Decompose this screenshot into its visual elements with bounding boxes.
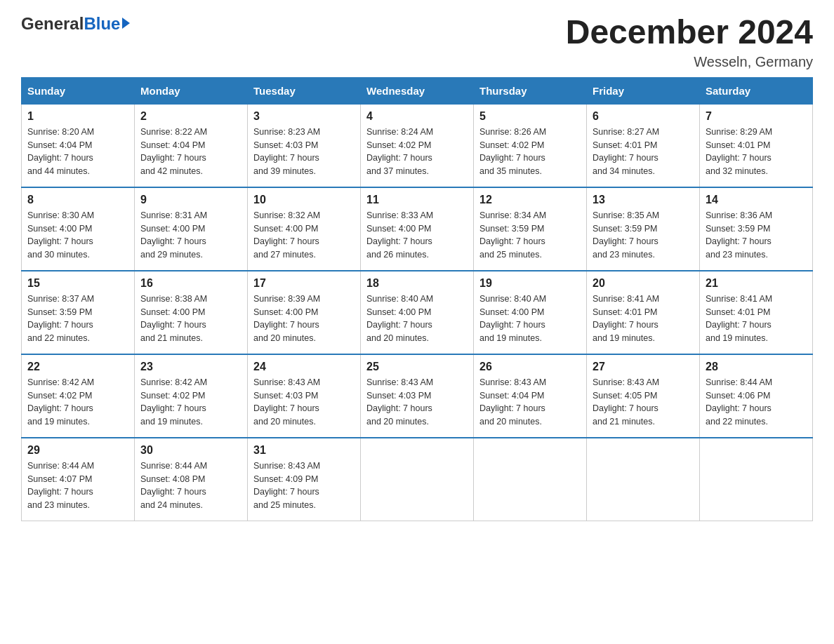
day-info: Sunrise: 8:39 AM Sunset: 4:00 PM Dayligh… xyxy=(253,293,355,345)
calendar-cell: 14 Sunrise: 8:36 AM Sunset: 3:59 PM Dayl… xyxy=(700,187,813,271)
calendar-week-row: 8 Sunrise: 8:30 AM Sunset: 4:00 PM Dayli… xyxy=(22,187,813,271)
day-info: Sunrise: 8:42 AM Sunset: 4:02 PM Dayligh… xyxy=(27,376,128,429)
day-info: Sunrise: 8:44 AM Sunset: 4:06 PM Dayligh… xyxy=(706,376,807,429)
day-info: Sunrise: 8:30 AM Sunset: 4:00 PM Dayligh… xyxy=(27,209,128,262)
day-number: 11 xyxy=(366,194,468,206)
calendar-header-row: SundayMondayTuesdayWednesdayThursdayFrid… xyxy=(22,77,813,104)
day-number: 24 xyxy=(253,361,355,373)
calendar-week-row: 1 Sunrise: 8:20 AM Sunset: 4:04 PM Dayli… xyxy=(22,104,813,187)
day-number: 8 xyxy=(27,194,128,206)
day-info: Sunrise: 8:43 AM Sunset: 4:09 PM Dayligh… xyxy=(253,459,355,512)
day-info: Sunrise: 8:29 AM Sunset: 4:01 PM Dayligh… xyxy=(706,126,807,178)
calendar-cell: 24 Sunrise: 8:43 AM Sunset: 4:03 PM Dayl… xyxy=(248,354,361,438)
day-info: Sunrise: 8:43 AM Sunset: 4:04 PM Dayligh… xyxy=(479,376,581,429)
day-number: 30 xyxy=(140,444,241,457)
calendar-cell: 29 Sunrise: 8:44 AM Sunset: 4:07 PM Dayl… xyxy=(22,438,135,521)
day-info: Sunrise: 8:20 AM Sunset: 4:04 PM Dayligh… xyxy=(27,126,128,178)
calendar-cell: 18 Sunrise: 8:40 AM Sunset: 4:00 PM Dayl… xyxy=(361,271,474,354)
day-number: 28 xyxy=(706,361,807,373)
day-info: Sunrise: 8:22 AM Sunset: 4:04 PM Dayligh… xyxy=(140,126,241,178)
page-header: General Blue December 2024 Wesseln, Germ… xyxy=(21,14,813,70)
calendar-cell: 22 Sunrise: 8:42 AM Sunset: 4:02 PM Dayl… xyxy=(22,354,135,438)
calendar-cell: 3 Sunrise: 8:23 AM Sunset: 4:03 PM Dayli… xyxy=(248,104,361,187)
calendar-cell xyxy=(700,438,813,521)
calendar-cell: 1 Sunrise: 8:20 AM Sunset: 4:04 PM Dayli… xyxy=(22,104,135,187)
day-number: 15 xyxy=(27,277,128,290)
day-info: Sunrise: 8:26 AM Sunset: 4:02 PM Dayligh… xyxy=(479,126,581,178)
logo-blue-text: Blue xyxy=(84,14,120,34)
calendar-cell: 23 Sunrise: 8:42 AM Sunset: 4:02 PM Dayl… xyxy=(135,354,248,438)
calendar-cell: 8 Sunrise: 8:30 AM Sunset: 4:00 PM Dayli… xyxy=(22,187,135,271)
day-number: 2 xyxy=(140,110,241,123)
calendar-cell: 15 Sunrise: 8:37 AM Sunset: 3:59 PM Dayl… xyxy=(22,271,135,354)
calendar-cell: 25 Sunrise: 8:43 AM Sunset: 4:03 PM Dayl… xyxy=(361,354,474,438)
day-info: Sunrise: 8:41 AM Sunset: 4:01 PM Dayligh… xyxy=(593,293,694,345)
col-header-saturday: Saturday xyxy=(700,77,813,104)
day-info: Sunrise: 8:36 AM Sunset: 3:59 PM Dayligh… xyxy=(706,209,807,262)
day-info: Sunrise: 8:32 AM Sunset: 4:00 PM Dayligh… xyxy=(253,209,355,262)
logo-arrow-icon xyxy=(122,18,130,29)
day-number: 18 xyxy=(366,277,468,290)
day-number: 13 xyxy=(593,194,694,206)
calendar-cell: 30 Sunrise: 8:44 AM Sunset: 4:08 PM Dayl… xyxy=(135,438,248,521)
calendar-cell: 11 Sunrise: 8:33 AM Sunset: 4:00 PM Dayl… xyxy=(361,187,474,271)
calendar-cell: 5 Sunrise: 8:26 AM Sunset: 4:02 PM Dayli… xyxy=(474,104,587,187)
day-number: 3 xyxy=(253,110,355,123)
day-number: 31 xyxy=(253,444,355,457)
day-number: 26 xyxy=(479,361,581,373)
calendar-cell xyxy=(587,438,700,521)
day-info: Sunrise: 8:44 AM Sunset: 4:07 PM Dayligh… xyxy=(27,459,128,512)
day-info: Sunrise: 8:43 AM Sunset: 4:05 PM Dayligh… xyxy=(593,376,694,429)
day-info: Sunrise: 8:35 AM Sunset: 3:59 PM Dayligh… xyxy=(593,209,694,262)
calendar-cell: 16 Sunrise: 8:38 AM Sunset: 4:00 PM Dayl… xyxy=(135,271,248,354)
calendar-week-row: 22 Sunrise: 8:42 AM Sunset: 4:02 PM Dayl… xyxy=(22,354,813,438)
day-info: Sunrise: 8:43 AM Sunset: 4:03 PM Dayligh… xyxy=(253,376,355,429)
day-info: Sunrise: 8:44 AM Sunset: 4:08 PM Dayligh… xyxy=(140,459,241,512)
calendar-cell: 27 Sunrise: 8:43 AM Sunset: 4:05 PM Dayl… xyxy=(587,354,700,438)
calendar-cell: 26 Sunrise: 8:43 AM Sunset: 4:04 PM Dayl… xyxy=(474,354,587,438)
calendar-cell: 21 Sunrise: 8:41 AM Sunset: 4:01 PM Dayl… xyxy=(700,271,813,354)
day-number: 16 xyxy=(140,277,241,290)
day-number: 14 xyxy=(706,194,807,206)
title-section: December 2024 Wesseln, Germany xyxy=(566,14,813,70)
day-info: Sunrise: 8:40 AM Sunset: 4:00 PM Dayligh… xyxy=(366,293,468,345)
day-number: 10 xyxy=(253,194,355,206)
calendar-cell: 12 Sunrise: 8:34 AM Sunset: 3:59 PM Dayl… xyxy=(474,187,587,271)
col-header-wednesday: Wednesday xyxy=(361,77,474,104)
calendar-week-row: 15 Sunrise: 8:37 AM Sunset: 3:59 PM Dayl… xyxy=(22,271,813,354)
calendar-cell: 4 Sunrise: 8:24 AM Sunset: 4:02 PM Dayli… xyxy=(361,104,474,187)
day-info: Sunrise: 8:33 AM Sunset: 4:00 PM Dayligh… xyxy=(366,209,468,262)
calendar-cell: 19 Sunrise: 8:40 AM Sunset: 4:00 PM Dayl… xyxy=(474,271,587,354)
calendar-cell: 6 Sunrise: 8:27 AM Sunset: 4:01 PM Dayli… xyxy=(587,104,700,187)
day-number: 6 xyxy=(593,110,694,123)
day-number: 20 xyxy=(593,277,694,290)
calendar-cell: 9 Sunrise: 8:31 AM Sunset: 4:00 PM Dayli… xyxy=(135,187,248,271)
day-info: Sunrise: 8:38 AM Sunset: 4:00 PM Dayligh… xyxy=(140,293,241,345)
calendar-cell: 2 Sunrise: 8:22 AM Sunset: 4:04 PM Dayli… xyxy=(135,104,248,187)
calendar-cell: 13 Sunrise: 8:35 AM Sunset: 3:59 PM Dayl… xyxy=(587,187,700,271)
day-number: 7 xyxy=(706,110,807,123)
day-info: Sunrise: 8:42 AM Sunset: 4:02 PM Dayligh… xyxy=(140,376,241,429)
calendar-cell: 31 Sunrise: 8:43 AM Sunset: 4:09 PM Dayl… xyxy=(248,438,361,521)
col-header-monday: Monday xyxy=(135,77,248,104)
day-number: 12 xyxy=(479,194,581,206)
calendar-table: SundayMondayTuesdayWednesdayThursdayFrid… xyxy=(21,77,813,521)
col-header-tuesday: Tuesday xyxy=(248,77,361,104)
col-header-thursday: Thursday xyxy=(474,77,587,104)
day-number: 29 xyxy=(27,444,128,457)
col-header-sunday: Sunday xyxy=(22,77,135,104)
day-info: Sunrise: 8:31 AM Sunset: 4:00 PM Dayligh… xyxy=(140,209,241,262)
calendar-cell: 17 Sunrise: 8:39 AM Sunset: 4:00 PM Dayl… xyxy=(248,271,361,354)
day-info: Sunrise: 8:37 AM Sunset: 3:59 PM Dayligh… xyxy=(27,293,128,345)
logo-general-text: General xyxy=(21,14,84,34)
logo-blue-part: Blue xyxy=(84,14,130,34)
calendar-week-row: 29 Sunrise: 8:44 AM Sunset: 4:07 PM Dayl… xyxy=(22,438,813,521)
day-info: Sunrise: 8:40 AM Sunset: 4:00 PM Dayligh… xyxy=(479,293,581,345)
logo: General Blue xyxy=(21,14,130,34)
day-info: Sunrise: 8:27 AM Sunset: 4:01 PM Dayligh… xyxy=(593,126,694,178)
calendar-cell: 10 Sunrise: 8:32 AM Sunset: 4:00 PM Dayl… xyxy=(248,187,361,271)
calendar-cell xyxy=(474,438,587,521)
calendar-cell: 20 Sunrise: 8:41 AM Sunset: 4:01 PM Dayl… xyxy=(587,271,700,354)
day-info: Sunrise: 8:24 AM Sunset: 4:02 PM Dayligh… xyxy=(366,126,468,178)
calendar-cell: 28 Sunrise: 8:44 AM Sunset: 4:06 PM Dayl… xyxy=(700,354,813,438)
